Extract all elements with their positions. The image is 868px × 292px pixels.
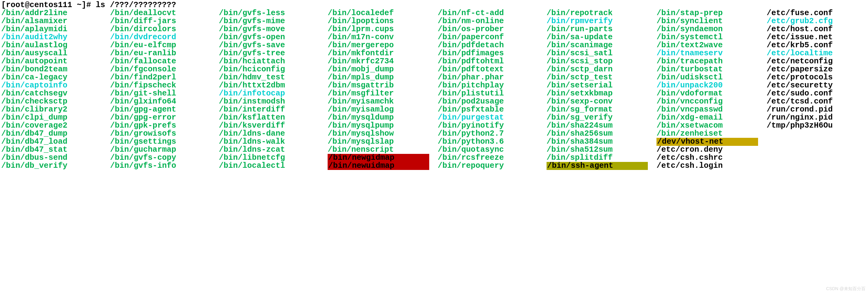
file-entry: /etc/fuse.conf <box>767 9 867 17</box>
file-entry: /bin/setxkbmap <box>547 90 648 98</box>
file-entry: /etc/securetty <box>767 82 867 90</box>
file-entry: /bin/hciconfig <box>219 65 319 74</box>
file-entry: /bin/synclient <box>656 17 758 25</box>
file-entry: /bin/ca-legacy <box>1 74 101 82</box>
file-entry: /bin/checksctp <box>1 98 101 106</box>
file-entry: /bin/pdfimages <box>438 50 538 57</box>
file-entry: /bin/fipscheck <box>110 82 210 90</box>
file-entry: /bin/udisksctl <box>656 74 758 82</box>
ls-column: /bin/localedef/bin/lpoptions/bin/lprm.cu… <box>328 9 429 170</box>
file-entry: /bin/run-parts <box>547 25 648 33</box>
file-entry: /bin/gvfs-move <box>219 25 319 33</box>
file-entry: /bin/zenheiset <box>656 130 758 138</box>
file-entry: /etc/papersize <box>767 65 867 74</box>
file-entry: /bin/phar.phar <box>438 74 538 82</box>
file-entry: /bin/text2wave <box>656 41 758 50</box>
file-entry: /bin/gvfs-save <box>219 41 319 50</box>
file-entry: /bin/tnameserv <box>656 50 758 57</box>
file-entry: /bin/mysqldump <box>328 114 429 122</box>
file-entry: /bin/newgidmap <box>328 154 429 162</box>
file-entry: /etc/localtime <box>767 50 867 57</box>
file-entry: /bin/mysqlpump <box>328 122 429 130</box>
file-entry: /bin/interdiff <box>219 106 319 114</box>
file-entry: /bin/dircolors <box>110 25 210 33</box>
ls-column: /etc/fuse.conf/etc/grub2.cfg/etc/host.co… <box>767 9 867 130</box>
file-entry: /bin/mpls_dump <box>328 74 429 82</box>
file-entry: /bin/paperconf <box>438 33 538 41</box>
ls-output-grid: /bin/addr2line/bin/alsamixer/bin/aplaymi… <box>1 9 867 170</box>
file-entry: /bin/ldns-zcat <box>219 146 319 154</box>
file-entry: /bin/aplaymidi <box>1 25 101 33</box>
file-entry: /bin/dbus-send <box>1 154 101 162</box>
file-entry: /bin/vdoformat <box>656 90 758 98</box>
file-entry: /bin/repoquery <box>438 162 538 170</box>
file-entry: /bin/db47_stat <box>1 146 101 154</box>
file-entry: /bin/gpg-error <box>110 114 210 122</box>
file-entry: /etc/host.conf <box>767 25 867 33</box>
file-entry: /bin/xdg-email <box>656 114 758 122</box>
file-entry: /bin/mkfontdir <box>328 50 429 57</box>
file-entry: /bin/clibrary2 <box>1 106 101 114</box>
file-entry: /bin/myisamchk <box>328 98 429 106</box>
file-entry: /bin/splitdiff <box>547 154 648 162</box>
ls-column: /bin/nf-ct-add/bin/nm-online/bin/os-prob… <box>438 9 538 170</box>
file-entry: /bin/sha384sum <box>547 138 648 146</box>
file-entry: /bin/db47_dump <box>1 130 101 138</box>
ls-column: /bin/repotrack/bin/rpmverify/bin/run-par… <box>547 9 648 170</box>
file-entry: /etc/netconfig <box>767 57 867 65</box>
file-entry: /bin/pdftotext <box>438 65 538 74</box>
file-entry: /bin/sha224sum <box>547 122 648 130</box>
file-entry: /bin/deallocvt <box>110 9 210 17</box>
file-entry: /bin/sg_format <box>547 106 648 114</box>
file-entry: /etc/csh.login <box>656 162 758 170</box>
file-entry: /bin/sa-update <box>547 33 648 41</box>
file-entry: /bin/gvfs-copy <box>110 154 210 162</box>
file-entry: /bin/repotrack <box>547 9 648 17</box>
file-entry: /bin/sg_verify <box>547 114 648 122</box>
file-entry: /bin/pyinotify <box>438 122 538 130</box>
file-entry: /bin/diff-jars <box>110 17 210 25</box>
file-entry: /etc/tcsd.conf <box>767 98 867 106</box>
file-entry: /bin/glxinfo64 <box>110 98 210 106</box>
file-entry: /bin/httxt2dbm <box>219 82 319 90</box>
file-entry: /bin/db_verify <box>1 162 101 170</box>
file-entry: /bin/eu-ranlib <box>110 50 210 57</box>
file-entry: /bin/nenscript <box>328 146 429 154</box>
file-entry: /bin/systemctl <box>656 33 758 41</box>
file-entry: /bin/gucharmap <box>110 146 210 154</box>
ls-column: /bin/deallocvt/bin/diff-jars/bin/dircolo… <box>110 9 210 170</box>
file-entry: /bin/find2perl <box>110 74 210 82</box>
file-entry: /bin/msgattrib <box>328 82 429 90</box>
file-entry: /bin/audit2why <box>1 33 101 41</box>
shell-prompt: [root@centos111 ~]# ls /???/????????? <box>1 1 867 9</box>
file-entry: /bin/syndaemon <box>656 25 758 33</box>
file-entry: /bin/dvdrecord <box>110 33 210 41</box>
file-entry: /etc/protocols <box>767 74 867 82</box>
file-entry: /bin/gvfs-less <box>219 9 319 17</box>
file-entry: /etc/sudo.conf <box>767 90 867 98</box>
file-entry: /bin/gpk-prefs <box>110 122 210 130</box>
file-entry: /bin/pdfdetach <box>438 41 538 50</box>
file-entry: /bin/msgfilter <box>328 90 429 98</box>
file-entry: /bin/gsettings <box>110 138 210 146</box>
file-entry: /run/crond.pid <box>767 106 867 114</box>
file-entry: /bin/growisofs <box>110 130 210 138</box>
file-entry: /bin/mergerepo <box>328 41 429 50</box>
file-entry: /bin/gvfs-mime <box>219 17 319 25</box>
ls-column: /bin/gvfs-less/bin/gvfs-mime/bin/gvfs-mo… <box>219 9 319 170</box>
file-entry: /bin/instmodsh <box>219 98 319 106</box>
ls-column: /bin/addr2line/bin/alsamixer/bin/aplaymi… <box>1 9 101 170</box>
file-entry: /bin/ldns-dane <box>219 130 319 138</box>
file-entry: /bin/ldns-walk <box>219 138 319 146</box>
file-entry: /bin/python3.6 <box>438 138 538 146</box>
file-entry: /etc/csh.cshrc <box>656 154 758 162</box>
file-entry: /bin/autopoint <box>1 57 101 65</box>
file-entry: /bin/rpmverify <box>547 17 648 25</box>
file-entry: /bin/db47_load <box>1 138 101 146</box>
file-entry: /bin/nf-ct-add <box>438 9 538 17</box>
file-entry: /bin/lpoptions <box>328 17 429 25</box>
file-entry: /bin/python2.7 <box>438 130 538 138</box>
file-entry: /bin/pod2usage <box>438 98 538 106</box>
file-entry: /bin/alsamixer <box>1 17 101 25</box>
file-entry: /bin/turbostat <box>656 65 758 74</box>
